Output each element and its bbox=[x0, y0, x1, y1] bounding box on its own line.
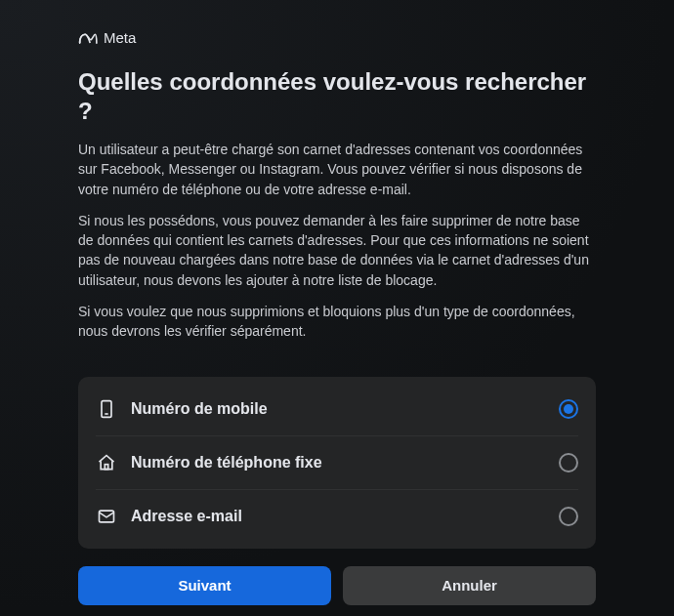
intro-paragraph-2: Si nous les possédons, vous pouvez deman… bbox=[78, 211, 596, 290]
options-panel: Numéro de mobile Numéro de téléphone fix… bbox=[78, 377, 596, 549]
page-container: Meta Quelles coordonnées voulez-vous rec… bbox=[0, 0, 674, 616]
button-row: Suivant Annuler bbox=[78, 566, 596, 605]
option-label: Adresse e-mail bbox=[131, 508, 545, 525]
home-icon bbox=[96, 452, 117, 473]
meta-logo-icon bbox=[78, 31, 98, 44]
brand: Meta bbox=[78, 29, 596, 46]
mail-icon bbox=[96, 506, 117, 527]
radio-mobile[interactable] bbox=[559, 399, 578, 419]
option-landline[interactable]: Numéro de téléphone fixe bbox=[78, 436, 596, 489]
option-label: Numéro de téléphone fixe bbox=[131, 454, 545, 472]
next-button[interactable]: Suivant bbox=[78, 566, 331, 605]
svg-rect-0 bbox=[102, 400, 111, 417]
option-mobile[interactable]: Numéro de mobile bbox=[78, 383, 596, 435]
option-email[interactable]: Adresse e-mail bbox=[78, 490, 596, 543]
intro-paragraph-3: Si vous voulez que nous supprimions et b… bbox=[78, 302, 596, 342]
svg-rect-2 bbox=[105, 464, 107, 469]
page-title: Quelles coordonnées voulez-vous recherch… bbox=[78, 67, 596, 126]
mobile-icon bbox=[96, 398, 117, 420]
option-label: Numéro de mobile bbox=[131, 400, 545, 418]
radio-landline[interactable] bbox=[559, 453, 578, 472]
intro-paragraph-1: Un utilisateur a peut-être chargé son ca… bbox=[78, 140, 596, 199]
cancel-button[interactable]: Annuler bbox=[343, 566, 596, 605]
brand-name: Meta bbox=[104, 29, 136, 46]
radio-email[interactable] bbox=[559, 507, 578, 526]
